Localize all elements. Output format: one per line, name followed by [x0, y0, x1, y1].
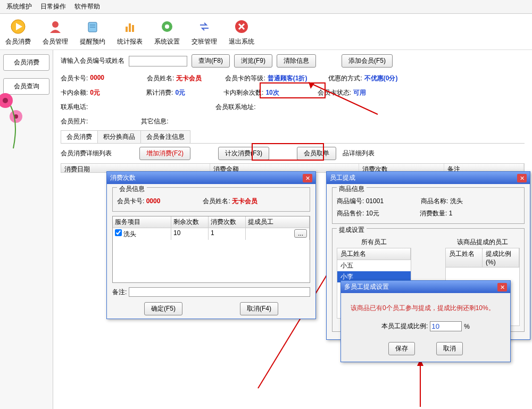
d2-price-l: 商品售价: — [337, 210, 364, 217]
cancel-order-btn[interactable]: 会员取单 — [297, 147, 336, 160]
dialog1-title[interactable]: 消费次数 ✕ — [107, 172, 315, 184]
d2-qty-l: 消费数量: — [420, 210, 447, 217]
d1-row[interactable]: 洗头 10 1 ... — [113, 228, 310, 240]
tb-label: 提醒预约 — [80, 37, 105, 46]
tb-label: 会员管理 — [43, 37, 68, 46]
add-consume-btn[interactable]: 增加消费(F2) — [139, 147, 190, 160]
tb-exit[interactable]: 退出系统 — [229, 17, 254, 46]
dialog-consume-count: 消费次数 ✕ 会员信息 会员卡号: 0000 会员姓名: 无卡会员 服务项目 剩… — [106, 171, 316, 319]
level-value: 普通顾客(1折) — [268, 74, 307, 83]
d1-card: 0000 — [146, 197, 161, 205]
remain-value: 10次 — [265, 88, 279, 97]
tb-label: 统计报表 — [117, 37, 143, 46]
play-icon — [11, 19, 26, 34]
d3-cancel-btn[interactable]: 取消 — [436, 342, 463, 355]
dialog2-title[interactable]: 员工提成 ✕ — [327, 172, 530, 184]
name-label: 会员姓名: — [147, 74, 174, 83]
photo-label: 会员照片: — [61, 117, 88, 126]
d3-save-btn[interactable]: 保存 — [388, 342, 415, 355]
menu-daily[interactable]: 日常操作 — [38, 1, 68, 12]
tab-points[interactable]: 积分换商品 — [97, 130, 141, 143]
addr-label: 会员联系地址: — [215, 103, 255, 112]
d2-right-col2: 提成比例(%) — [483, 248, 519, 267]
tb-label: 交班管理 — [192, 37, 217, 46]
dialog1-title-text: 消费次数 — [110, 173, 136, 182]
d1-col2: 剩余次数 — [171, 216, 209, 228]
d2-pid: 01001 — [366, 197, 384, 205]
d1-staff-btn[interactable]: ... — [294, 229, 307, 238]
card-no-label: 会员卡号: — [61, 74, 88, 83]
total-value: 0元 — [175, 88, 185, 97]
count-consume-btn[interactable]: 计次消费(F3) — [218, 147, 269, 160]
d1-note-l: 备注: — [112, 288, 127, 297]
d2-group2: 提成设置 — [337, 226, 367, 235]
goods-detail-label: 品详细列表 — [343, 149, 375, 158]
side-query[interactable]: 会员查询 — [3, 78, 49, 95]
status-label: 会员卡状态: — [318, 88, 351, 97]
tb-stats[interactable]: 统计报表 — [117, 17, 143, 46]
query-btn[interactable]: 查询(F8) — [192, 54, 230, 68]
name-value: 无卡会员 — [176, 74, 202, 83]
gear-icon — [160, 19, 174, 34]
tb-member-consume[interactable]: 会员消费 — [5, 17, 31, 46]
d2-pname-l: 商品名称: — [421, 197, 448, 205]
d1-item: 洗头 — [123, 230, 136, 238]
d1-card-l: 会员卡号: — [117, 197, 144, 205]
side-consume[interactable]: 会员消费 — [3, 54, 49, 71]
dialog3-close-btn[interactable]: ✕ — [497, 283, 507, 291]
tb-remind[interactable]: 提醒预约 — [80, 17, 105, 46]
d1-row-check[interactable] — [115, 229, 122, 236]
add-member-btn[interactable]: 添加会员(F5) — [342, 54, 393, 68]
browse-btn[interactable]: 浏览(F9) — [234, 54, 272, 68]
d2-right-title: 该商品提成的员工 — [445, 238, 520, 247]
tb-settings[interactable]: 系统设置 — [154, 17, 180, 46]
d2-pid-l: 商品编号: — [337, 197, 364, 205]
balance-value: 0元 — [90, 88, 100, 97]
pref-label: 优惠的方式: — [328, 74, 362, 83]
menu-sys[interactable]: 系统维护 — [4, 1, 34, 12]
d2-pname: 洗头 — [450, 197, 463, 205]
d1-col1: 服务项目 — [113, 216, 171, 228]
svg-rect-8 — [132, 25, 134, 32]
tab-consume[interactable]: 会员消费 — [61, 130, 98, 143]
d1-note-input[interactable] — [129, 287, 310, 297]
tab-notes[interactable]: 会员备注信息 — [140, 130, 190, 143]
d2-group1: 商品信息 — [337, 185, 367, 194]
clear-btn[interactable]: 清除信息 — [277, 54, 316, 68]
dialog3-title[interactable]: 多员工提成设置 ✕ — [341, 281, 510, 293]
d3-note: 该商品已有0个员工参与提成，提成比例还剩10%。 — [351, 304, 501, 313]
svg-point-17 — [14, 114, 18, 119]
d2-right-col1: 员工姓名 — [446, 248, 483, 267]
search-row: 请输入会员编号或姓名 查询(F8) 浏览(F9) 清除信息 添加会员(F5) — [61, 54, 525, 68]
d1-cancel-btn[interactable]: 取消(F4) — [240, 302, 278, 315]
dialog2-close-btn[interactable]: ✕ — [517, 174, 527, 182]
d2-left-col: 员工姓名 — [337, 248, 411, 260]
toolbar: 会员消费 会员管理 提醒预约 统计报表 系统设置 交班管理 退出系统 — [0, 14, 532, 50]
close-icon — [234, 19, 249, 34]
d1-consume[interactable]: 1 — [209, 228, 246, 240]
d1-col3: 消费次数 — [209, 216, 246, 228]
d1-table: 服务项目 剩余次数 消费次数 提成员工 洗头 10 1 ... — [112, 216, 310, 283]
tb-label: 系统设置 — [154, 37, 180, 46]
dialog1-close-btn[interactable]: ✕ — [303, 174, 312, 182]
tb-member-manage[interactable]: 会员管理 — [43, 17, 68, 46]
menubar: 系统维护 日常操作 软件帮助 — [0, 0, 532, 14]
d1-ok-btn[interactable]: 确定(F5) — [144, 302, 182, 315]
pref-value: 不优惠(0分) — [364, 74, 398, 83]
member-info: 会员卡号:0000 会员姓名:无卡会员 会员卡的等级:普通顾客(1折) 优惠的方… — [61, 74, 525, 126]
search-input[interactable] — [129, 56, 187, 66]
d3-unit: % — [464, 323, 470, 330]
side-pane: 会员消费 会员查询 — [0, 50, 53, 409]
tb-label: 会员消费 — [5, 37, 31, 46]
d3-ratio-input[interactable] — [430, 321, 462, 331]
d1-name-l: 会员姓名: — [203, 197, 230, 205]
total-label: 累计消费: — [146, 88, 173, 97]
phone-label: 联系电话: — [61, 103, 88, 112]
chart-icon — [122, 19, 137, 34]
menu-help[interactable]: 软件帮助 — [72, 1, 102, 12]
svg-point-10 — [165, 24, 169, 29]
svg-rect-6 — [126, 27, 128, 32]
d2-staff-row[interactable]: 小五 — [337, 260, 411, 271]
tb-shift[interactable]: 交班管理 — [192, 17, 217, 46]
sub-row: 会员消费详细列表 增加消费(F2) 计次消费(F3) 会员取单 品详细列表 — [61, 147, 525, 160]
